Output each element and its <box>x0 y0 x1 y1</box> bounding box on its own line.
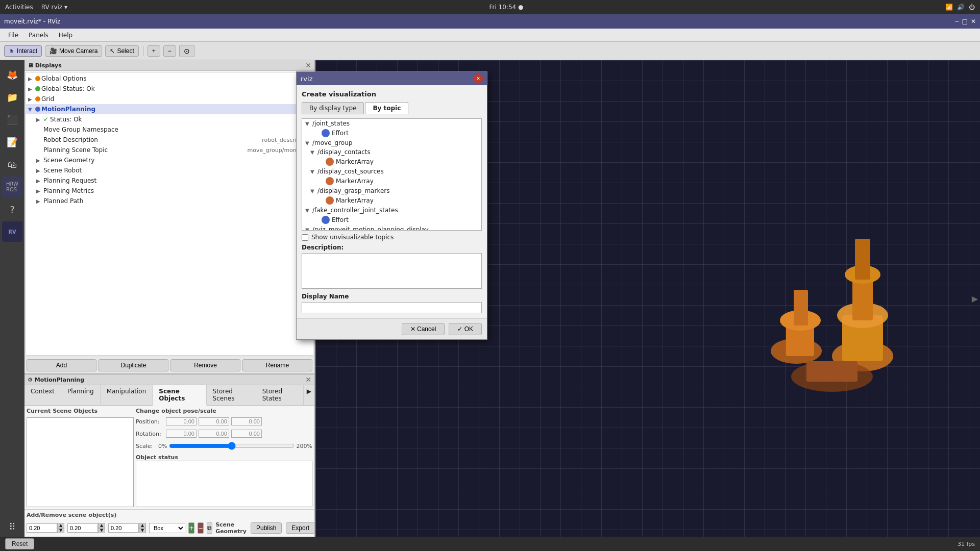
rotation-x[interactable] <box>166 430 197 438</box>
export-btn[interactable]: Export <box>286 522 315 534</box>
topic-tree[interactable]: ▼ /joint_states Effort ▼ /move_group ▼ /… <box>302 118 482 231</box>
menu-file[interactable]: File <box>4 31 22 40</box>
topic-rviz-moveit[interactable]: ▼ /rviz_moveit_motion_planning_display <box>302 225 481 231</box>
duplicate-object-btn[interactable]: ⧉ <box>207 522 212 534</box>
store-icon[interactable]: 🛍 <box>2 154 22 174</box>
tree-item-scene-robot[interactable]: ▶ Scene Robot <box>26 165 313 176</box>
tab-context[interactable]: Context <box>24 385 61 405</box>
tab-more-btn[interactable]: ▶ <box>304 385 314 405</box>
size-y-down[interactable]: ▼ <box>98 528 105 533</box>
tree-item-planned-path[interactable]: ▶ Planned Path <box>26 196 313 206</box>
maximize-btn[interactable]: □ <box>962 18 968 25</box>
terminal-icon[interactable]: ⬛ <box>2 109 22 130</box>
zoom-out-button[interactable]: − <box>163 45 176 57</box>
apps-icon[interactable]: ⠿ <box>2 516 22 537</box>
minimize-btn[interactable]: ─ <box>955 18 959 25</box>
tree-item-planning-metrics[interactable]: ▶ Planning Metrics <box>26 186 313 196</box>
tree-item-status[interactable]: ▶ ✓ Status: Ok <box>26 114 313 124</box>
size-z-input[interactable] <box>108 523 139 533</box>
topic-joint-states[interactable]: ▼ /joint_states <box>302 119 481 128</box>
size-x-down[interactable]: ▼ <box>57 528 64 533</box>
add-object-btn[interactable]: + <box>188 522 194 534</box>
tab-planning[interactable]: Planning <box>61 385 101 405</box>
rviz-icon[interactable]: RV <box>2 221 22 242</box>
position-y[interactable] <box>199 417 229 425</box>
tree-item-planning-scene[interactable]: Planning Scene Topic move_group/monitor.… <box>26 145 313 155</box>
size-z-down[interactable]: ▼ <box>139 528 146 533</box>
select-button[interactable]: ↖ Select <box>105 45 138 57</box>
topic-marker-array-2[interactable]: MarkerArray <box>302 176 481 186</box>
scale-slider[interactable] <box>169 442 294 450</box>
topic-effort-2[interactable]: Effort <box>302 215 481 225</box>
topic-fake-controller[interactable]: ▼ /fake_controller_joint_states <box>302 206 481 215</box>
cancel-button[interactable]: ✕ Cancel <box>402 323 445 335</box>
tab-manipulation[interactable]: Manipulation <box>101 385 153 405</box>
object-status-section: Object status <box>136 454 312 507</box>
ros-icon[interactable]: HRWROS <box>2 177 22 197</box>
tree-item-planning-request[interactable]: ▶ Planning Request <box>26 176 313 186</box>
dialog-close-btn[interactable]: × <box>474 74 483 83</box>
activities-label[interactable]: Activities <box>5 4 33 11</box>
topic-marker-array-3[interactable]: MarkerArray <box>302 195 481 206</box>
files-icon[interactable]: 📁 <box>2 87 22 107</box>
tree-item-scene-geometry[interactable]: ▶ Scene Geometry <box>26 155 313 165</box>
camera-reset-button[interactable]: ⊙ <box>179 45 194 57</box>
topic-display-contacts[interactable]: ▼ /display_contacts <box>302 147 481 157</box>
tree-item-grid[interactable]: ▶ Grid <box>26 94 313 104</box>
size-x-input[interactable] <box>27 523 57 533</box>
show-unvis-checkbox[interactable] <box>302 234 308 241</box>
remove-button[interactable]: Remove <box>170 359 240 371</box>
position-z[interactable] <box>231 417 262 425</box>
dialog-tab-display-type[interactable]: By display type <box>302 102 364 114</box>
topic-marker-array-1[interactable]: MarkerArray <box>302 157 481 167</box>
size-x-up[interactable]: ▲ <box>57 523 64 528</box>
topic-move-group[interactable]: ▼ /move_group <box>302 138 481 147</box>
add-display-button[interactable]: Add <box>27 359 96 371</box>
tab-stored-states[interactable]: Stored States <box>256 385 304 405</box>
close-btn[interactable]: ✕ <box>971 18 976 25</box>
viewport-expand-arrow[interactable]: ▶ <box>972 294 978 304</box>
move-camera-button[interactable]: 🎥 Move Camera <box>45 45 102 57</box>
help-icon[interactable]: ? <box>2 199 22 219</box>
rotation-y[interactable] <box>199 430 229 438</box>
rename-button[interactable]: Rename <box>242 359 312 371</box>
tab-stored-scenes[interactable]: Stored Scenes <box>207 385 256 405</box>
display-name-input[interactable] <box>302 302 482 313</box>
ok-button[interactable]: ✓ OK <box>449 323 482 335</box>
tree-item-global-options[interactable]: ▶ Global Options <box>26 73 313 84</box>
zoom-in-button[interactable]: + <box>148 45 160 57</box>
size-y-up[interactable]: ▲ <box>98 523 105 528</box>
change-pose-label: Change object pose/scale <box>136 408 312 414</box>
topic-display-grasp[interactable]: ▼ /display_grasp_markers <box>302 186 481 195</box>
publish-btn[interactable]: Publish <box>251 522 282 534</box>
motion-panel-close[interactable]: ✕ <box>305 375 311 384</box>
displays-close[interactable]: ✕ <box>305 61 311 69</box>
tree-item-global-status[interactable]: ▶ Global Status: Ok <box>26 84 313 94</box>
tab-scene-objects[interactable]: Scene Objects <box>153 385 206 406</box>
size-z-up[interactable]: ▲ <box>139 523 146 528</box>
window-controls[interactable]: ─ □ ✕ <box>955 18 976 25</box>
topic-effort-1[interactable]: Effort <box>302 128 481 138</box>
firefox-icon[interactable]: 🦊 <box>2 64 22 85</box>
interact-button[interactable]: 🖱 Interact <box>4 45 42 57</box>
menu-panels[interactable]: Panels <box>24 31 53 40</box>
topic-display-cost[interactable]: ▼ /display_cost_sources <box>302 167 481 176</box>
create-visualization-dialog[interactable]: rviz × Create visualization By display t… <box>296 71 487 340</box>
tree-item-motionplanning[interactable]: ▼ MotionPlanning <box>26 104 313 114</box>
shape-select[interactable]: Box Sphere Cylinder Cone Mesh <box>149 523 185 533</box>
duplicate-button[interactable]: Duplicate <box>99 359 168 371</box>
text-editor-icon[interactable]: 📝 <box>2 132 22 152</box>
reset-button[interactable]: Reset <box>5 538 34 549</box>
remove-object-btn[interactable]: − <box>198 522 204 534</box>
rotation-z[interactable] <box>231 430 262 438</box>
scene-objects-list[interactable] <box>27 417 134 507</box>
tree-item-robot-desc[interactable]: Robot Description robot_description <box>26 135 313 145</box>
dialog-tab-topic[interactable]: By topic <box>365 102 408 114</box>
app-menu-label[interactable]: RV rviz ▾ <box>41 4 67 11</box>
size-y-input[interactable] <box>67 523 98 533</box>
menu-help[interactable]: Help <box>55 31 77 40</box>
position-x[interactable] <box>166 417 197 425</box>
tree-item-move-group-ns[interactable]: Move Group Namespace <box>26 124 313 135</box>
volume-icon: 🔊 <box>957 4 965 11</box>
network-icon: 📶 <box>945 4 953 11</box>
